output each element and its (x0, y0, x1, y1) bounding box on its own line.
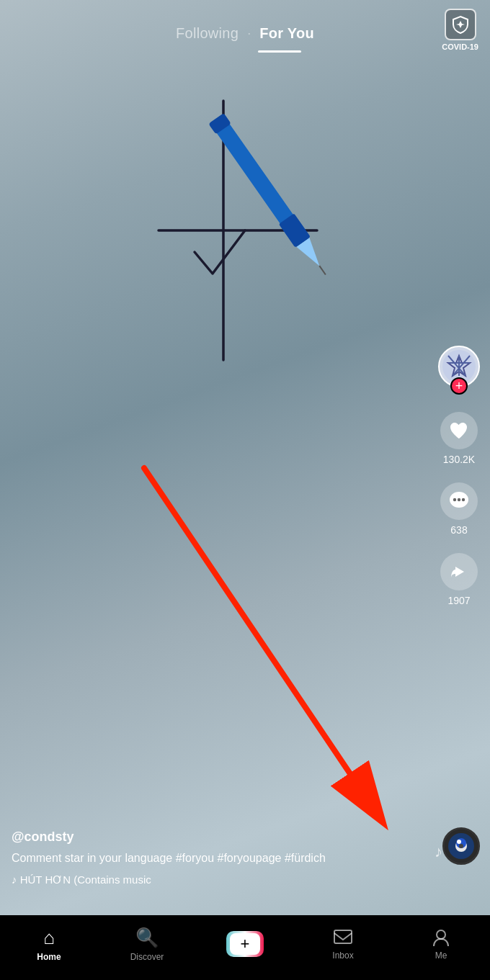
home-icon: ⌂ (43, 927, 55, 949)
discover-icon: 🔍 (135, 927, 159, 949)
svg-line-6 (319, 266, 326, 274)
comment-count: 638 (450, 524, 467, 536)
svg-point-26 (437, 930, 445, 939)
svg-point-24 (459, 844, 463, 848)
nav-divider: · (247, 26, 251, 41)
svg-point-18 (462, 498, 465, 501)
right-actions-panel: + 130.2K 638 1907 (438, 346, 480, 606)
svg-rect-25 (334, 930, 352, 943)
nav-discover[interactable]: 🔍 Discover (98, 927, 196, 962)
music-info: ♪ HÚT HƠN (Contains music (12, 873, 432, 886)
share-button[interactable] (440, 553, 478, 590)
music-text: ♪ HÚT HƠN (Contains music (12, 873, 151, 886)
inbox-icon (333, 927, 353, 948)
top-navigation: Following · For You (0, 0, 490, 60)
like-count: 130.2K (443, 454, 475, 465)
svg-point-17 (458, 498, 460, 501)
covid-label: COVID-19 (442, 42, 478, 51)
pen-drawing (101, 58, 389, 432)
covid-badge[interactable]: COVID-19 (442, 9, 478, 51)
video-description: Comment star in your language #foryou #f… (12, 850, 432, 866)
svg-line-8 (144, 468, 382, 821)
creator-avatar[interactable]: + (438, 346, 480, 395)
inbox-label: Inbox (332, 950, 353, 961)
me-icon (431, 927, 451, 948)
me-label: Me (435, 950, 447, 961)
nav-me[interactable]: Me (392, 927, 490, 961)
share-count: 1907 (447, 595, 470, 606)
covid-shield-icon (445, 9, 476, 40)
comment-button[interactable] (440, 482, 478, 520)
foryou-tab[interactable]: For You (259, 25, 314, 42)
creator-username[interactable]: @condsty (12, 830, 432, 845)
nav-inbox[interactable]: Inbox (294, 927, 392, 961)
svg-point-23 (457, 840, 461, 844)
active-tab-underline (258, 50, 301, 53)
create-button-inner: + (230, 933, 260, 955)
music-disc-circle (442, 827, 480, 865)
music-disc[interactable] (442, 827, 480, 865)
like-button[interactable] (440, 412, 478, 449)
discover-label: Discover (130, 952, 164, 962)
red-arrow-overlay (122, 446, 425, 864)
nav-create[interactable]: + (196, 931, 294, 957)
follow-plus-button[interactable]: + (450, 377, 468, 395)
video-info-panel: @condsty Comment star in your language #… (12, 830, 432, 886)
share-action[interactable]: 1907 (440, 553, 478, 606)
comment-action[interactable]: 638 (440, 482, 478, 536)
bottom-navigation: ⌂ Home 🔍 Discover + Inbox Me (0, 915, 490, 980)
like-action[interactable]: 130.2K (440, 412, 478, 465)
create-button[interactable]: + (226, 931, 264, 957)
home-label: Home (37, 952, 61, 962)
nav-home[interactable]: ⌂ Home (0, 927, 98, 962)
following-tab[interactable]: Following (176, 25, 239, 42)
svg-point-16 (453, 498, 456, 501)
music-note-icon: ♪ (435, 842, 442, 861)
